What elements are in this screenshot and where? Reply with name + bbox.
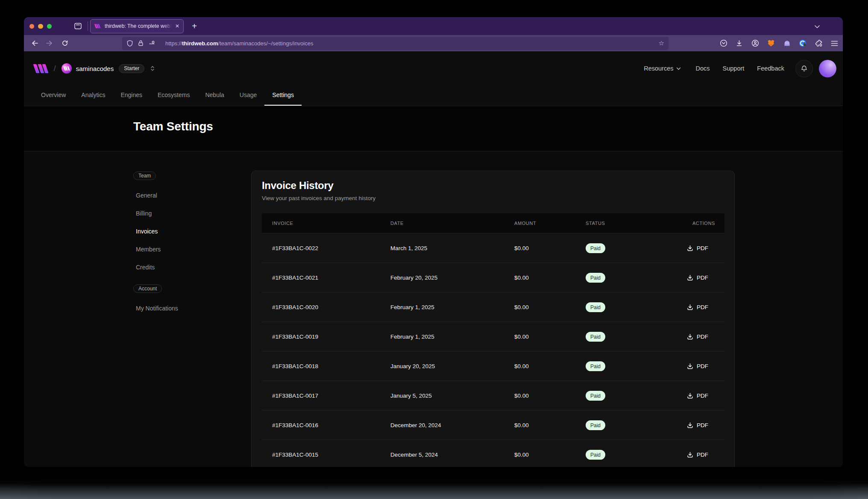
thirdweb-favicon-icon [94,23,101,30]
feedback-link[interactable]: Feedback [757,65,784,72]
download-icon [687,452,693,458]
invoice-date: February 1, 2025 [390,322,434,351]
chevron-down-icon [676,67,681,70]
user-avatar[interactable] [819,60,836,77]
thirdweb-logo-icon[interactable] [35,64,47,73]
zoom-window-button[interactable] [47,24,52,29]
nav-tab[interactable]: Analytics [73,84,113,106]
invoice-row: #1F33BA1C-0015 December 5, 2024 $0.00 Pa… [262,440,724,467]
team-name[interactable]: saminacodes [76,65,114,72]
browser-titlebar: thirdweb: The complete web3 d ✕ + [24,17,843,35]
invoice-amount: $0.00 [514,292,529,322]
url-text[interactable]: https://thirdweb.com/team/saminacodes/~/… [165,40,659,47]
notifications-button[interactable] [795,60,813,77]
list-tabs-chevron-icon[interactable] [814,23,820,30]
invoice-amount: $0.00 [514,233,529,263]
support-link[interactable]: Support [723,65,745,72]
site-header: / saminacodes Starter Resources Docs Sup… [24,51,843,106]
tab-separator [88,21,88,31]
sidebar-team-items: General Billing Invoices Members Credits [136,191,161,281]
nav-tab[interactable]: Settings [264,84,302,106]
download-icon [687,334,693,340]
download-pdf-button[interactable]: PDF [687,292,708,322]
card-subtitle: View your past invoices and payment hist… [262,195,375,201]
invoice-amount: $0.00 [514,381,529,410]
status-badge: Paid [586,273,605,283]
team-switcher-icon[interactable] [150,65,155,72]
address-bar[interactable]: https://thirdweb.com/team/saminacodes/~/… [122,37,669,50]
plan-badge: Starter [119,64,144,73]
shield-icon[interactable] [126,40,133,47]
sidebar-item[interactable]: Invoices [136,227,161,236]
invoice-date: January 20, 2025 [390,351,435,381]
nav-tab[interactable]: Ecosystems [150,84,197,106]
download-pdf-button[interactable]: PDF [687,381,708,410]
invoice-table: INVOICE DATE AMOUNT STATUS ACTIONS #1F33… [262,213,724,467]
nav-tab[interactable]: Usage [232,84,264,106]
col-actions: ACTIONS [692,213,715,233]
invoice-number: #1F33BA1C-0018 [272,351,318,381]
status-badge: Paid [586,243,605,253]
browser-tab[interactable]: thirdweb: The complete web3 d ✕ [90,19,184,33]
close-window-button[interactable] [29,24,35,29]
sidebar-item[interactable]: Billing [136,209,161,218]
sidebar-item[interactable]: My Notifications [136,304,178,313]
invoice-row: #1F33BA1C-0019 February 1, 2025 $0.00 Pa… [262,322,724,351]
sidebar-item[interactable]: General [136,191,161,200]
invoice-number: #1F33BA1C-0019 [272,322,318,351]
permissions-icon[interactable] [148,40,155,47]
breadcrumb-separator: / [54,64,56,73]
card-title: Invoice History [262,180,334,192]
new-tab-button[interactable]: + [188,20,201,32]
metamask-icon[interactable] [767,40,775,47]
lock-icon[interactable] [138,40,144,47]
bookmark-star-icon[interactable]: ☆ [659,39,664,47]
desktop-wallpaper [0,478,868,499]
invoice-number: #1F33BA1C-0022 [272,233,318,263]
firefox-view-icon[interactable] [74,23,82,31]
invoice-row: #1F33BA1C-0021 February 20, 2025 $0.00 P… [262,263,724,292]
back-button[interactable] [31,40,38,48]
downloads-icon[interactable] [736,40,743,47]
invoice-amount: $0.00 [514,263,529,292]
menu-hamburger-icon[interactable] [831,40,838,47]
invoice-number: #1F33BA1C-0020 [272,292,318,322]
download-pdf-button[interactable]: PDF [687,410,708,440]
resources-menu[interactable]: Resources [644,65,681,72]
forward-button[interactable] [46,40,53,48]
download-icon [687,245,693,251]
status-badge: Paid [586,420,605,430]
download-icon [687,363,693,369]
nav-tab[interactable]: Overview [33,84,73,106]
team-avatar[interactable] [62,63,72,74]
browser-window: thirdweb: The complete web3 d ✕ + [24,17,843,467]
download-pdf-button[interactable]: PDF [687,440,708,467]
nav-tab[interactable]: Engines [113,84,150,106]
invoice-row: #1F33BA1C-0017 January 5, 2025 $0.00 Pai… [262,381,724,410]
download-pdf-button[interactable]: PDF [687,233,708,263]
tab-close-icon[interactable]: ✕ [175,23,179,29]
tab-title: thirdweb: The complete web3 d [105,23,173,29]
invoice-date: February 20, 2025 [390,263,437,292]
download-pdf-button[interactable]: PDF [687,263,708,292]
url-domain: thirdweb.com [182,40,218,47]
invoice-date: March 1, 2025 [390,233,427,263]
invoice-row: #1F33BA1C-0018 January 20, 2025 $0.00 Pa… [262,351,724,381]
minimize-window-button[interactable] [38,24,43,29]
invoice-row: #1F33BA1C-0022 March 1, 2025 $0.00 Paid … [262,233,724,263]
download-pdf-button[interactable]: PDF [687,322,708,351]
reload-button[interactable] [62,40,68,48]
sidebar-item[interactable]: Members [136,245,161,254]
sidebar-item[interactable]: Credits [136,263,161,272]
phantom-icon[interactable] [783,40,791,47]
pocket-icon[interactable] [720,39,727,47]
nav-tab[interactable]: Nebula [197,84,232,106]
download-pdf-button[interactable]: PDF [687,351,708,381]
invoice-number: #1F33BA1C-0021 [272,263,318,292]
col-invoice: INVOICE [272,213,293,233]
extensions-puzzle-icon[interactable] [815,39,823,47]
privacy-extension-icon[interactable] [799,39,806,47]
account-icon[interactable] [751,39,759,47]
docs-link[interactable]: Docs [695,65,710,72]
invoice-number: #1F33BA1C-0015 [272,440,318,467]
